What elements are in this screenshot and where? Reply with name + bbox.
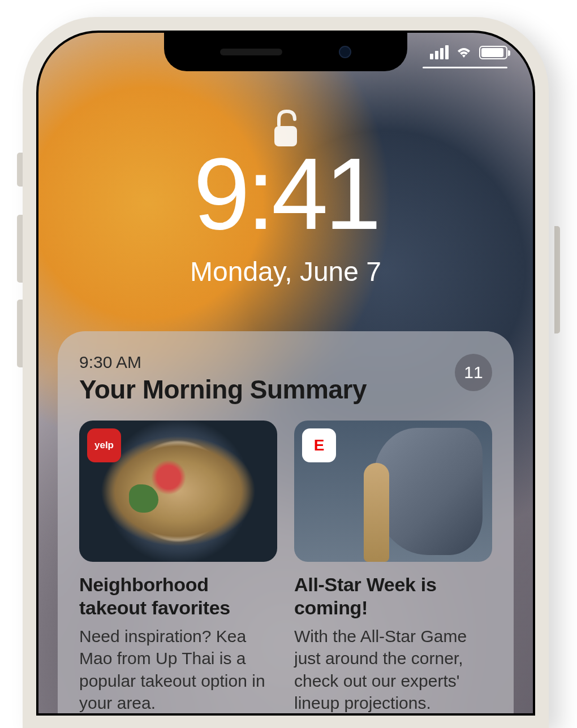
summary-count-badge[interactable]: 11 (455, 354, 492, 391)
cellular-signal-icon (430, 45, 449, 59)
summary-title: Your Morning Summary (79, 374, 492, 405)
volume-up-button[interactable] (17, 215, 23, 283)
notification-title: All-Star Week is coming! (294, 573, 492, 619)
battery-icon (479, 46, 507, 59)
wifi-icon (455, 46, 472, 59)
volume-down-button[interactable] (17, 300, 23, 367)
clock-time: 9:41 (38, 143, 533, 245)
notification-thumbnail: E (294, 421, 492, 562)
notification-thumbnail: yelp (79, 421, 277, 562)
notification-summary-card[interactable]: 9:30 AM Your Morning Summary 11 yelp Nei… (58, 331, 514, 713)
notification-card-yelp[interactable]: yelp Neighborhood takeout favorites Need… (79, 421, 277, 713)
summary-header: 9:30 AM Your Morning Summary 11 (79, 353, 492, 405)
silence-switch[interactable] (17, 153, 23, 187)
summary-cards-row: yelp Neighborhood takeout favorites Need… (79, 421, 492, 713)
control-center-hint[interactable] (423, 67, 507, 68)
notification-body: Need inspiration? Kea Mao from Up Thai i… (79, 625, 277, 713)
yelp-app-icon: yelp (87, 428, 121, 462)
notch (164, 33, 407, 71)
front-camera (339, 46, 351, 58)
notification-body: With the All-Star Game just around the c… (294, 625, 492, 713)
notification-title: Neighborhood takeout favorites (79, 573, 277, 619)
earpiece-speaker (220, 49, 282, 55)
notification-card-espn[interactable]: E All-Star Week is coming! With the All-… (294, 421, 492, 713)
status-bar (430, 45, 507, 59)
clock-date: Monday, June 7 (38, 256, 533, 287)
lock-screen[interactable]: 9:41 Monday, June 7 9:30 AM Your Morning… (38, 33, 533, 713)
summary-time: 9:30 AM (79, 353, 492, 372)
espn-app-icon: E (302, 428, 336, 462)
summary-count: 11 (464, 363, 483, 382)
phone-bezel: 9:41 Monday, June 7 9:30 AM Your Morning… (36, 31, 535, 716)
phone-frame: 9:41 Monday, June 7 9:30 AM Your Morning… (23, 17, 549, 728)
power-button[interactable] (554, 226, 560, 333)
